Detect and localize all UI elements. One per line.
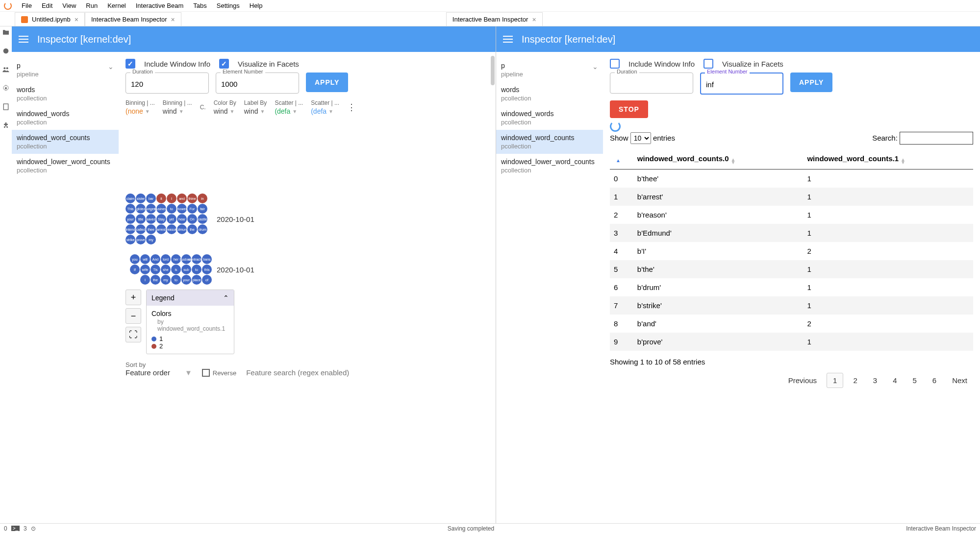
sidebar-item-words[interactable]: wordspcollection	[496, 82, 603, 106]
bubble[interactable]: called	[136, 224, 146, 234]
extension-icon[interactable]	[2, 121, 10, 129]
tab-notebook[interactable]: Untitled.ipynb ×	[15, 12, 85, 26]
bubble[interactable]: Tis	[151, 265, 160, 274]
pager-prev[interactable]: Previous	[782, 373, 823, 388]
bubble[interactable]: and	[177, 194, 187, 203]
bubble[interactable]: is	[171, 265, 181, 274]
bubble[interactable]: saved	[146, 214, 156, 224]
bubble[interactable]: to	[171, 275, 181, 285]
pager-page[interactable]: 1	[827, 373, 843, 388]
bubble[interactable]: For	[187, 204, 197, 214]
visualize-facets-checkbox[interactable]	[704, 59, 713, 69]
bubble[interactable]: in	[198, 194, 207, 203]
pager-page[interactable]: 2	[847, 373, 863, 388]
scatter-x-dropdown[interactable]: (defa▼	[275, 107, 303, 115]
tab-inspector-2[interactable]: Interactive Beam Inspector ×	[446, 12, 543, 26]
pager-page[interactable]: 6	[927, 373, 942, 388]
hamburger-icon[interactable]	[19, 36, 28, 43]
entries-select[interactable]: 10	[630, 132, 651, 144]
bubble-grid[interactable]: youwillAndlordherhusbandcontractedbansIf…	[126, 254, 212, 285]
sidebar-item-words[interactable]: wordspcollection	[12, 82, 119, 106]
circle-icon[interactable]	[2, 47, 10, 55]
pager-page[interactable]: 4	[887, 373, 903, 388]
sidebar-item-windowed-word-counts[interactable]: windowed_word_countspcollection	[12, 130, 119, 154]
search-input[interactable]	[900, 132, 973, 145]
binning-y-dropdown[interactable]: wind▼	[163, 107, 192, 115]
sidebar-item-windowed-lower-word-counts[interactable]: windowed_lower_word_countspcollection	[496, 154, 603, 178]
visualize-facets-checkbox[interactable]	[219, 59, 229, 69]
kernel-icon[interactable]: ⊙	[31, 525, 36, 532]
menu-view[interactable]: View	[62, 2, 76, 9]
binning-x-dropdown[interactable]: (none▼	[126, 107, 155, 115]
element-number-input[interactable]	[700, 73, 783, 95]
people-icon[interactable]	[2, 66, 10, 73]
pager-page[interactable]: 5	[906, 373, 922, 388]
bubble[interactable]: Howell	[177, 204, 187, 214]
bubble[interactable]: castle	[198, 214, 207, 224]
label-by-dropdown[interactable]: wind▼	[244, 107, 267, 115]
bubble[interactable]: drum	[198, 224, 207, 234]
more-icon[interactable]: ⋮	[347, 102, 356, 113]
bubble[interactable]: sister	[136, 194, 146, 203]
document-icon[interactable]	[2, 103, 10, 111]
col-index[interactable]: ▲	[610, 149, 633, 170]
bubble[interactable]: she	[161, 265, 171, 274]
terminal-icon[interactable]: >_	[11, 526, 20, 531]
bubble[interactable]: Stay	[156, 214, 166, 224]
zoom-in-button[interactable]: +	[126, 290, 141, 305]
bubble[interactable]: strike	[126, 235, 135, 244]
menu-interactive-beam[interactable]: Interactive Beam	[136, 2, 184, 9]
sort-by-dropdown[interactable]: Feature order▼	[126, 368, 192, 377]
feature-search-input[interactable]	[246, 368, 354, 377]
bubble[interactable]: your	[126, 214, 135, 224]
element-number-input[interactable]	[216, 73, 299, 94]
duration-input[interactable]	[610, 73, 693, 94]
bubble[interactable]: to	[167, 204, 176, 214]
menu-settings[interactable]: Settings	[217, 2, 240, 9]
pager-next[interactable]: Next	[946, 373, 973, 388]
bubble[interactable]: the	[151, 275, 160, 285]
sidebar-item-windowed-words[interactable]: windowed_wordspcollection	[496, 106, 603, 130]
bubble[interactable]: you	[130, 254, 140, 264]
close-icon[interactable]: ×	[75, 16, 78, 24]
folder-icon[interactable]	[2, 28, 10, 36]
apply-button[interactable]: APPLY	[790, 73, 832, 92]
bubble[interactable]: This	[126, 204, 135, 214]
apply-button[interactable]: APPLY	[306, 73, 348, 92]
bubble[interactable]: bar	[146, 194, 156, 203]
scatter-y-dropdown[interactable]: (defa▼	[311, 107, 339, 115]
bubble[interactable]: contracted	[192, 254, 201, 264]
sidebar-item-windowed-lower-word-counts[interactable]: windowed_lower_word_countspcollection	[12, 154, 119, 178]
bubble[interactable]: my	[146, 235, 156, 244]
bubble[interactable]: And	[151, 254, 160, 264]
bubble[interactable]: business	[156, 204, 166, 214]
bubble[interactable]: place	[192, 275, 201, 285]
bubble[interactable]: lord	[161, 254, 171, 264]
bubble[interactable]: hear	[177, 214, 187, 224]
menu-kernel[interactable]: Kernel	[107, 2, 126, 9]
bubble[interactable]: prove	[136, 235, 146, 244]
bubble[interactable]: bans	[202, 254, 212, 264]
sidebar-item-pipeline[interactable]: ppipeline ⌄	[12, 58, 119, 82]
reverse-checkbox[interactable]	[202, 369, 210, 377]
zoom-fit-button[interactable]: ⛶	[126, 327, 141, 342]
bubble[interactable]: I	[167, 194, 176, 203]
bubble[interactable]: this	[202, 265, 212, 274]
menu-help[interactable]: Help	[250, 2, 263, 9]
gear-icon[interactable]	[2, 84, 10, 92]
menu-run[interactable]: Run	[86, 2, 98, 9]
tab-inspector-1[interactable]: Interactive Beam Inspector ×	[85, 12, 181, 26]
bubble[interactable]: intend	[126, 224, 135, 234]
bubble[interactable]: thine	[187, 194, 197, 203]
bubble[interactable]: of	[202, 275, 212, 285]
bubble[interactable]: thee	[146, 224, 156, 234]
sidebar-item-windowed-word-counts[interactable]: windowed_word_countspcollection	[496, 130, 603, 154]
include-window-checkbox[interactable]	[126, 59, 135, 69]
hamburger-icon[interactable]	[503, 36, 513, 43]
color-by-dropdown[interactable]: wind▼	[214, 107, 236, 115]
bubble[interactable]: the	[187, 224, 197, 234]
col-word[interactable]: windowed_word_counts.0▲▼	[633, 149, 804, 170]
bubble[interactable]: arrest	[156, 224, 166, 234]
close-icon[interactable]: ×	[171, 16, 175, 24]
sidebar-item-windowed-words[interactable]: windowed_wordspcollection	[12, 106, 119, 130]
